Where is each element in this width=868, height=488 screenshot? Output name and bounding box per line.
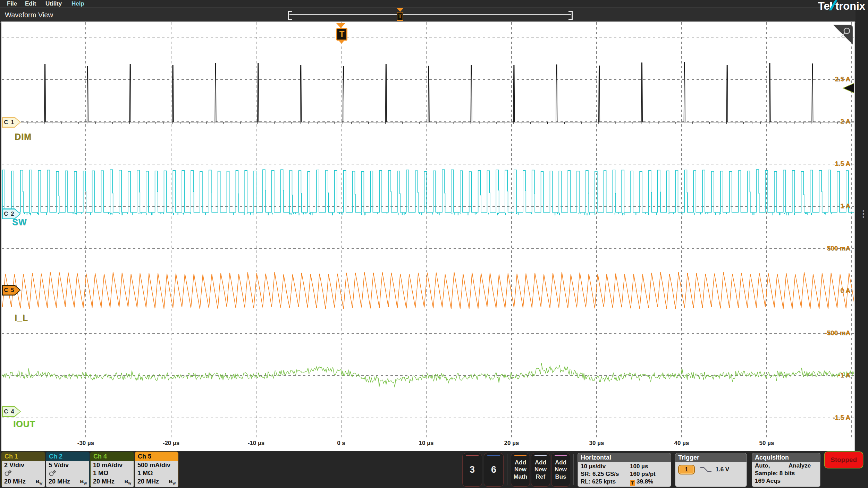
record-length: RL: 625 kpts — [581, 478, 616, 485]
impedance-value: 1 MΩ — [137, 470, 153, 477]
logo-k-slash-icon — [830, 1, 835, 10]
trigger-level-value: 1.6 V — [715, 466, 729, 473]
bandwidth-value: 20 MHz — [93, 478, 115, 485]
bandwidth-value: 20 MHz — [4, 478, 26, 485]
channel-card-ch2[interactable]: Ch 25 V/div20 MHzBw — [46, 452, 90, 487]
falling-edge-icon — [700, 466, 712, 473]
horizontal-overview-bar[interactable]: T — [288, 8, 573, 22]
time-label-10µs: 10 µs — [411, 440, 442, 447]
channel-label-sw: SW — [12, 217, 27, 227]
time-window: 100 µs — [630, 463, 648, 470]
bandwidth-limit-badge: Bw — [80, 478, 87, 485]
time-label-0s: 0 s — [326, 440, 357, 447]
channel-card-ch1[interactable]: Ch 12 V/div20 MHzBw — [1, 452, 45, 487]
channel-label-i_l: I_L — [15, 313, 28, 323]
bandwidth-limit-badge: Bw — [169, 478, 176, 485]
horizontal-panel[interactable]: Horizontal 10 µs/div SR: 6.25 GS/s RL: 6… — [578, 453, 671, 487]
channel-card-body: 2 V/div20 MHzBw — [2, 461, 45, 487]
add-new-ref-button[interactable]: AddNewRef — [531, 453, 550, 487]
acquisition-panel[interactable]: Acquisition Auto, Analyze Sample: 8 bits… — [752, 453, 820, 487]
channel-card-body: 5 V/div20 MHzBw — [46, 461, 89, 487]
trigger-panel-title: Trigger — [675, 453, 747, 462]
menu-bar: FileEditUtilityHelp — [0, 0, 868, 8]
trigger-position-value: 39.8% — [637, 478, 653, 485]
scale-label--1a: -1 A — [809, 371, 850, 379]
trigger-panel[interactable]: Trigger 1 1.6 V — [675, 453, 747, 487]
bandwidth-value: 20 MHz — [137, 478, 159, 485]
resolution: 160 ps/pt — [630, 471, 656, 478]
ch4-iout-waveform — [2, 363, 854, 387]
channel-label-iout: IOUT — [13, 419, 35, 429]
overview-right-bracket[interactable] — [568, 11, 573, 20]
waveform-plot: T 2.5 A2 A1.5 A1 A500 mA0 A-500 mA-1 A-1… — [1, 22, 855, 452]
menu-help[interactable]: Help — [71, 0, 84, 7]
brand-logo: Tetronix — [818, 0, 865, 12]
run-stop-indicator[interactable]: Stopped — [825, 452, 863, 468]
trigger-flag-icon: T — [397, 12, 403, 21]
scale-label-2.5a: 2.5 A — [809, 75, 850, 83]
time-label--30µs: -30 µs — [70, 440, 101, 447]
trigger-settings-row: 1 1.6 V — [678, 465, 729, 474]
channel-card-header: Ch 2 — [46, 452, 89, 461]
ch2-low-level-noise — [6, 213, 851, 215]
trigger-source-badge: 1 — [678, 465, 695, 474]
badge-text: C 5 — [2, 285, 17, 296]
separator — [507, 454, 507, 485]
channel-card-header: Ch 5 — [135, 452, 178, 461]
overview-left-bracket[interactable] — [288, 11, 292, 20]
impedance-value: 1 MΩ — [93, 470, 108, 477]
vertical-scale-value: 10 mA/div — [93, 462, 123, 469]
trigger-position-flag[interactable]: T — [336, 23, 347, 44]
sidebar-menu-icon[interactable]: ⋮ — [859, 212, 868, 216]
view-title: Waveform View — [5, 11, 53, 19]
zoom-corner-control[interactable] — [833, 25, 853, 44]
bandwidth-value: 20 MHz — [49, 478, 70, 485]
channel-badge-c4[interactable]: C 4 — [2, 406, 21, 417]
channel-card-header: Ch 1 — [2, 452, 45, 461]
horizontal-panel-title: Horizontal — [578, 453, 671, 462]
trigger-position-row: T39.8% — [630, 478, 653, 486]
add-new-math-button[interactable]: AddNewMath — [511, 453, 530, 487]
overview-record-line — [289, 14, 571, 15]
scale-label-1.5a: 1.5 A — [809, 160, 850, 168]
ch1-dim-waveform — [44, 62, 813, 122]
scale-label-500ma: 500 mA — [809, 245, 850, 252]
scale-label-0a: 0 A — [809, 287, 850, 294]
vertical-scale-value: 5 V/div — [49, 462, 69, 469]
ch2-sw-waveform — [2, 170, 854, 212]
bandwidth-limit-badge: Bw — [125, 478, 131, 485]
time-label-50µs: 50 µs — [751, 440, 782, 447]
trigger-arrow-icon — [336, 23, 346, 28]
acq-count: 169 Acqs — [755, 478, 781, 485]
add-new-bus-button[interactable]: AddNewBus — [551, 453, 570, 487]
channel-badge-c5[interactable]: C 5 — [2, 285, 21, 296]
scale-label--1.5a: -1.5 A — [809, 414, 850, 421]
channel-badge-c1[interactable]: C 1 — [2, 117, 21, 128]
overview-trigger-marker[interactable]: T — [397, 8, 404, 22]
menu-utility[interactable]: Utility — [45, 0, 62, 7]
vertical-scale-value: 2 V/div — [4, 462, 24, 469]
vertical-scale-value: 500 mA/div — [137, 462, 170, 469]
ch5-il-waveform — [2, 272, 854, 309]
source-button-3[interactable]: 3 — [462, 453, 482, 487]
menu-file[interactable]: File — [7, 0, 17, 7]
badge-text: C 1 — [2, 117, 17, 128]
channel-card-body: 500 mA/div1 MΩ20 MHzBw — [135, 461, 178, 487]
probe-icon — [49, 470, 57, 478]
menu-edit[interactable]: Edit — [25, 0, 36, 7]
trigger-arrow-small-icon — [339, 41, 344, 44]
scale-label-2a: 2 A — [809, 118, 850, 125]
scale-label-1a: 1 A — [809, 202, 850, 210]
source-button-6[interactable]: 6 — [484, 453, 504, 487]
channel-card-ch4[interactable]: Ch 410 mA/div1 MΩ20 MHzBw — [90, 452, 134, 487]
trigger-level-arrow — [843, 83, 854, 93]
time-label--10µs: -10 µs — [241, 440, 272, 447]
button-label: AddNewRef — [531, 453, 550, 486]
trigger-flag-letter: T — [336, 28, 347, 41]
scale-label--500ma: -500 mA — [809, 329, 850, 337]
button-label: AddNewMath — [511, 453, 530, 486]
acquisition-panel-title: Acquisition — [752, 453, 820, 462]
channel-card-ch5[interactable]: Ch 5500 mA/div1 MΩ20 MHzBw — [135, 452, 178, 487]
oscilloscope-screen: FileEditUtilityHelp Tetronix Waveform Vi… — [0, 0, 868, 488]
button-label: AddNewBus — [551, 453, 570, 486]
